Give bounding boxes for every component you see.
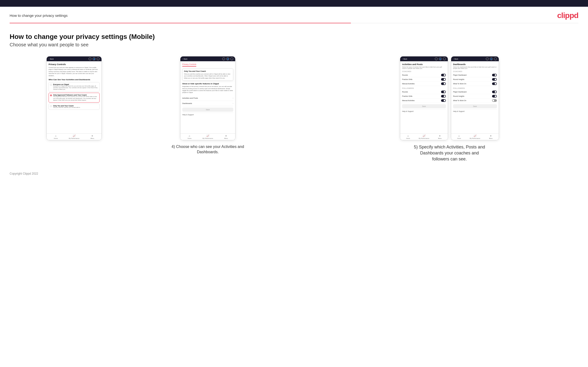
caption-group2: 5) Specify which Activities, Posts and D… bbox=[411, 144, 488, 162]
back-label-2: Back bbox=[184, 58, 188, 60]
phone-back-3[interactable]: ‹ Back bbox=[402, 58, 407, 60]
header-title: How to change your privacy settings bbox=[10, 13, 68, 17]
home-icon-3: ⌂ bbox=[407, 135, 409, 137]
option-everyone[interactable]: Everyone on Clippd Everyone on Clippd ca… bbox=[49, 82, 100, 92]
page-subheading: Choose what you want people to see bbox=[10, 42, 578, 48]
toggle-playerdash-coaches-switch[interactable] bbox=[492, 74, 497, 76]
toggle-playerdash-followers-switch[interactable] bbox=[492, 91, 497, 93]
menu-icon-1[interactable]: ⋯ bbox=[97, 57, 100, 60]
search-icon-2[interactable]: ⌕ bbox=[222, 57, 225, 60]
toggle-workOn-coaches: What To Work On bbox=[453, 82, 497, 86]
toggle-workOn-coaches-switch[interactable] bbox=[492, 82, 497, 85]
toggle-drills-followers-switch[interactable] bbox=[441, 95, 446, 98]
save-button-2[interactable]: Save bbox=[182, 108, 233, 112]
toggle-manual-followers-switch[interactable] bbox=[441, 99, 446, 102]
phone-back-1[interactable]: ‹ Back bbox=[49, 58, 54, 60]
toggle-rounds-coaches-label: Rounds bbox=[402, 74, 408, 76]
radio-approved-fill bbox=[51, 95, 52, 96]
phone-topbar-1: ‹ Back ⌕ 👤 ⋯ bbox=[47, 57, 102, 61]
menu-icon-4[interactable]: ⋯ bbox=[494, 57, 497, 60]
phone-mockup-3: ‹ Back ⌕ 👤 ⋯ Activities and Posts Select… bbox=[400, 56, 448, 140]
profile-icon-4[interactable]: 👤 bbox=[490, 57, 493, 60]
search-icon-3[interactable]: ⌕ bbox=[435, 57, 438, 60]
nav-menu-label-1: Menu bbox=[91, 138, 94, 139]
phone-topbar-2: ‹ Back ⌕ 👤 ⋯ bbox=[180, 57, 235, 61]
mockup-group-2: ‹ Back ⌕ 👤 ⋯ Privacy Controls Only You a… bbox=[143, 56, 272, 155]
logo: clippd bbox=[557, 11, 578, 20]
phone-content-4: Dashboards Select the dashboards that yo… bbox=[451, 61, 499, 133]
nav-home-3[interactable]: ⌂ Home bbox=[400, 133, 416, 140]
toggle-rounds-coaches-switch[interactable] bbox=[441, 74, 446, 76]
activities-desc: Select the types of activity that you'd … bbox=[402, 66, 446, 69]
nav-menu-label-4: Menu bbox=[489, 138, 493, 139]
menu-icon-3[interactable]: ⋯ bbox=[443, 57, 446, 60]
profile-icon-2[interactable]: 👤 bbox=[226, 57, 229, 60]
menu-icon-2[interactable]: ⋯ bbox=[230, 57, 233, 60]
info-box-desc: Only you and the coaches you connect wit… bbox=[184, 73, 232, 79]
home-icon-4: ⌂ bbox=[458, 135, 460, 137]
option-approved[interactable]: Only Approved Followers and Your Coach O… bbox=[49, 93, 100, 102]
profile-icon-1[interactable]: 👤 bbox=[93, 57, 95, 60]
toggle-rounds-followers-switch[interactable] bbox=[441, 91, 446, 93]
chevron-right-icon-dashboards: › bbox=[233, 102, 233, 104]
toggle-manual-coaches-switch[interactable] bbox=[441, 82, 446, 85]
phone-back-4[interactable]: ‹ Back bbox=[453, 58, 458, 60]
option-coach-only[interactable]: Only You and Your Coach Only you and the… bbox=[49, 103, 100, 110]
nav-menu-4[interactable]: ≡ Menu bbox=[483, 133, 499, 140]
toggle-playerdash-coaches-label: Player Dashboard bbox=[453, 74, 467, 76]
nav-menu-2[interactable]: ≡ Menu bbox=[217, 133, 235, 140]
dashboards-title: Dashboards bbox=[453, 63, 497, 66]
toggle-workOn-followers: What To Work On bbox=[453, 99, 497, 103]
help-support-4: Help & Support bbox=[453, 109, 497, 113]
nav-performance-1[interactable]: 📈 My Performance bbox=[65, 133, 83, 140]
mockup-group-1: ‹ Back ⌕ 👤 ⋯ Privacy Controls Control ho… bbox=[10, 56, 138, 140]
activities-posts-item[interactable]: Activities and Posts › bbox=[182, 96, 233, 101]
performance-icon-1: 📈 bbox=[73, 135, 76, 137]
phone-back-2[interactable]: ‹ Back bbox=[182, 58, 187, 60]
nav-home-4[interactable]: ⌂ Home bbox=[451, 133, 467, 140]
toggle-roundinsights-followers-label: Round Insights bbox=[453, 95, 464, 97]
nav-home-2[interactable]: ⌂ Home bbox=[180, 133, 199, 140]
nav-menu-1[interactable]: ≡ Menu bbox=[83, 133, 102, 140]
dashboards-item[interactable]: Dashboards › bbox=[182, 101, 233, 106]
privacy-controls-title: Privacy Controls bbox=[49, 63, 100, 66]
nav-performance-3[interactable]: 📈 My Performance bbox=[416, 133, 432, 140]
nav-performance-label-3: My Performance bbox=[419, 138, 429, 139]
phone-content-1: Privacy Controls Control how you and you… bbox=[47, 61, 102, 133]
search-icon-4[interactable]: ⌕ bbox=[486, 57, 489, 60]
toggle-roundinsights-followers-switch[interactable] bbox=[492, 95, 497, 98]
option-coach-only-title: Only You and Your Coach bbox=[53, 105, 80, 107]
phone-topbar-3: ‹ Back ⌕ 👤 ⋯ bbox=[400, 57, 448, 61]
nav-performance-4[interactable]: 📈 My Performance bbox=[467, 133, 483, 140]
search-icon-1[interactable]: ⌕ bbox=[88, 57, 91, 60]
phone-mockup-2: ‹ Back ⌕ 👤 ⋯ Privacy Controls Only You a… bbox=[180, 56, 235, 140]
nav-home-1[interactable]: ⌂ Home bbox=[47, 133, 65, 140]
phone-nav-1: ⌂ Home 📈 My Performance ≡ Menu bbox=[47, 133, 102, 140]
save-button-3[interactable]: Save bbox=[402, 104, 446, 108]
profile-icon-3[interactable]: 👤 bbox=[439, 57, 442, 60]
followers-label-4: FOLLOWERS bbox=[453, 87, 497, 89]
option-coach-only-desc: Only you and the coaches you connect wit… bbox=[53, 107, 80, 108]
help-support-2: Help & Support bbox=[182, 113, 233, 117]
performance-icon-4: 📈 bbox=[474, 135, 476, 137]
toggle-drills-followers: Practice Drills bbox=[402, 94, 446, 99]
nav-menu-3[interactable]: ≡ Menu bbox=[432, 133, 448, 140]
nav-performance-2[interactable]: 📈 My Performance bbox=[199, 133, 217, 140]
info-box-title: Only You and Your Coach bbox=[184, 70, 232, 72]
toggle-roundinsights-coaches-switch[interactable] bbox=[492, 78, 497, 81]
phone-content-2: Privacy Controls Only You and Your Coach… bbox=[180, 61, 235, 133]
toggle-drills-coaches-switch[interactable] bbox=[441, 78, 446, 81]
privacy-tab[interactable]: Privacy Controls bbox=[182, 63, 196, 67]
menu-icon-nav-3: ≡ bbox=[439, 135, 441, 137]
back-arrow-icon-1: ‹ bbox=[49, 58, 49, 60]
top-bar bbox=[0, 0, 588, 7]
option-approved-desc: Only approved followers and coaches you … bbox=[53, 96, 98, 101]
coaches-label-4: COACHES bbox=[453, 71, 497, 72]
page-heading: How to change your privacy settings (Mob… bbox=[10, 33, 578, 41]
toggle-workOn-followers-switch[interactable] bbox=[492, 99, 497, 102]
save-button-4[interactable]: Save bbox=[453, 104, 497, 108]
toggle-manual-coaches: Manual Activities bbox=[402, 82, 446, 86]
mockup-group-double: ‹ Back ⌕ 👤 ⋯ Activities and Posts Select… bbox=[320, 56, 578, 162]
toggle-rounds-coaches: Rounds bbox=[402, 73, 446, 77]
toggle-rounds-followers-label: Rounds bbox=[402, 91, 408, 93]
